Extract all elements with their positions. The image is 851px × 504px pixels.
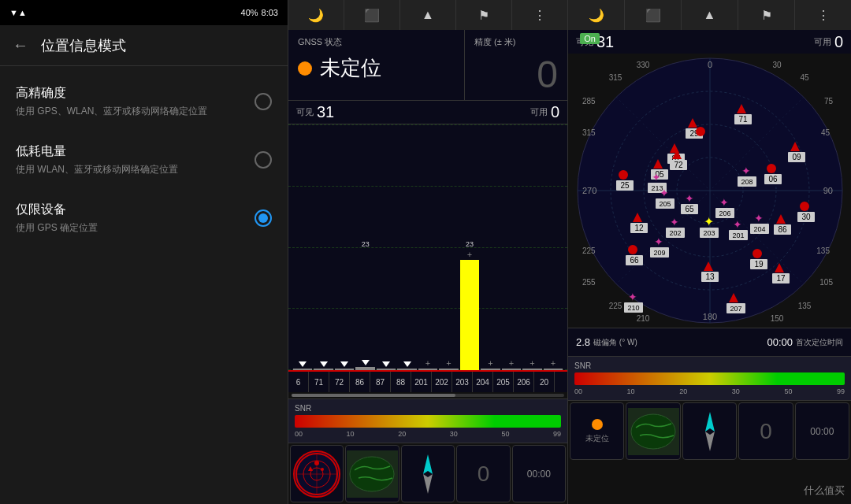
option-low-power[interactable]: 低耗电量 使用 WLAN、蓝牙或移动网络确定位置 [0, 131, 288, 189]
svg-text:315: 315 [608, 73, 622, 82]
sat-id-86: 86 [350, 372, 370, 392]
bar-wrapper-1 [314, 240, 333, 370]
toolbar-more[interactable]: ⋮ [512, 0, 567, 30]
right-thumb-zero[interactable]: 0 [738, 402, 793, 460]
sat-id-201: 201 [411, 372, 432, 392]
bar-wrapper-9: + [481, 240, 500, 370]
svg-text:315: 315 [582, 128, 596, 137]
svg-text:206: 206 [719, 209, 730, 217]
available-count: 0 [551, 103, 559, 121]
nav-header: ← 位置信息模式 [0, 25, 288, 66]
bar-wrapper-10: + [502, 240, 521, 370]
option-device-only[interactable]: 仅限设备 使用 GPS 确定位置 [0, 189, 288, 247]
svg-text:201: 201 [732, 232, 744, 239]
right-thumb-status[interactable]: 未定位 [570, 402, 624, 460]
right-toolbar-person[interactable]: ⬛ [625, 0, 682, 30]
snr-panel: SNR 00 10 20 30 50 99 [288, 398, 567, 443]
toolbar-person[interactable]: ⬛ [344, 0, 400, 30]
snr-scale: 00 10 20 30 50 99 [295, 430, 561, 438]
bar-wrapper-11: + [522, 240, 541, 370]
chart-bar-12 [544, 369, 563, 370]
radio-device-only[interactable] [255, 209, 272, 227]
left-panel: ▼▲ 40% 8:03 ← 位置信息模式 高精确度 使用 GPS、WLAN、蓝牙… [0, 0, 288, 504]
svg-text:72: 72 [674, 161, 683, 169]
chart-bar-2 [335, 369, 354, 370]
back-button[interactable]: ← [13, 36, 28, 54]
svg-point-5 [314, 461, 319, 465]
svg-text:150: 150 [770, 314, 783, 323]
radio-high-accuracy[interactable] [255, 93, 272, 110]
first-fix-value: 00:00 [767, 336, 793, 348]
svg-text:180: 180 [702, 312, 716, 321]
svg-point-100 [628, 245, 637, 254]
sat-id-204: 204 [473, 372, 493, 392]
chart-bar-9 [481, 369, 500, 370]
chart-bar-5 [397, 369, 416, 370]
sat-id-203: 203 [452, 372, 473, 392]
svg-text:✦: ✦ [628, 291, 637, 303]
right-thumb-map[interactable] [626, 402, 680, 460]
svg-marker-128 [705, 412, 715, 432]
chart-bar-6 [418, 369, 437, 370]
middle-panel: 🌙 ⬛ ▲ ⚑ ⋮ GNSS 状态 未定位 精度 (± 米) 0 可见 31 可… [288, 0, 567, 504]
bar-wrapper-7: + [439, 240, 458, 370]
svg-point-127 [631, 414, 675, 449]
svg-text:12: 12 [634, 224, 644, 232]
right-snr-bar [574, 372, 845, 385]
right-snr-label: SNR [574, 361, 845, 370]
svg-text:255: 255 [582, 278, 596, 287]
thumb-time[interactable]: 00:00 [512, 445, 566, 502]
watermark: 什么值买 [804, 484, 845, 498]
chart-bar-4 [377, 369, 396, 370]
bar-wrapper-5 [397, 240, 416, 370]
svg-point-94 [800, 202, 809, 211]
radar-circle: 0 180 270 90 45 315 135 225 315 225 45 1… [576, 57, 844, 324]
svg-text:0: 0 [707, 60, 712, 69]
right-thumb-time[interactable]: 00:00 [795, 402, 849, 460]
right-toolbar-flag[interactable]: ⚑ [738, 0, 795, 30]
thumb-compass[interactable] [401, 445, 455, 502]
svg-text:✦: ✦ [754, 212, 764, 224]
radio-low-power[interactable] [255, 151, 272, 169]
bar-wrapper-8: 23+ [460, 240, 479, 370]
gnss-state-box: GNSS 状态 未定位 [288, 30, 465, 100]
sat-id-88: 88 [391, 372, 411, 392]
svg-marker-129 [705, 432, 715, 451]
sat-id-71: 71 [309, 372, 329, 392]
thumb-map[interactable] [345, 445, 399, 502]
svg-text:25: 25 [620, 181, 630, 190]
gnss-status-dot [298, 61, 312, 76]
thumb-radar[interactable] [290, 445, 344, 502]
right-toolbar-moon[interactable]: 🌙 [568, 0, 625, 30]
sat-id-202: 202 [432, 372, 452, 392]
first-fix-label: 首次定位时间 [796, 337, 843, 348]
right-thumb-compass[interactable] [682, 402, 737, 460]
toolbar-moon[interactable]: 🌙 [288, 0, 344, 30]
radar-svg: 0 180 270 90 45 315 135 225 315 225 45 1… [576, 57, 844, 324]
toolbar-flag[interactable]: ⚑ [456, 0, 512, 30]
radar-available-count: 0 [834, 33, 843, 51]
toolbar-nav[interactable]: ▲ [400, 0, 456, 30]
option-high-accuracy[interactable]: 高精确度 使用 GPS、WLAN、蓝牙或移动网络确定位置 [0, 72, 288, 131]
thumb-zero[interactable]: 0 [456, 445, 510, 502]
precision-label: 精度 (± 米) [474, 36, 558, 48]
svg-text:✦: ✦ [654, 235, 663, 248]
right-toolbar-nav[interactable]: ▲ [682, 0, 738, 30]
svg-text:65: 65 [685, 205, 694, 213]
svg-text:207: 207 [730, 305, 741, 313]
sat-id-206: 206 [514, 372, 534, 392]
svg-text:135: 135 [797, 302, 811, 310]
gnss-row: GNSS 状态 未定位 精度 (± 米) 0 [288, 30, 567, 101]
precision-value: 0 [474, 56, 558, 94]
svg-point-106 [753, 249, 762, 258]
radar-available-label: 可用 [814, 36, 831, 48]
right-toolbar-more[interactable]: ⋮ [795, 0, 851, 30]
right-toolbar: 🌙 ⬛ ▲ ⚑ ⋮ [568, 0, 851, 30]
svg-text:105: 105 [819, 278, 833, 287]
chart-bar-11 [522, 369, 541, 370]
visible-count: 31 [317, 103, 334, 121]
option-subtitle-low: 使用 WLAN、蓝牙或移动网络确定位置 [16, 163, 255, 176]
scroll-bar[interactable] [288, 392, 567, 398]
snr-label: SNR [295, 404, 561, 413]
svg-text:210: 210 [636, 314, 649, 323]
